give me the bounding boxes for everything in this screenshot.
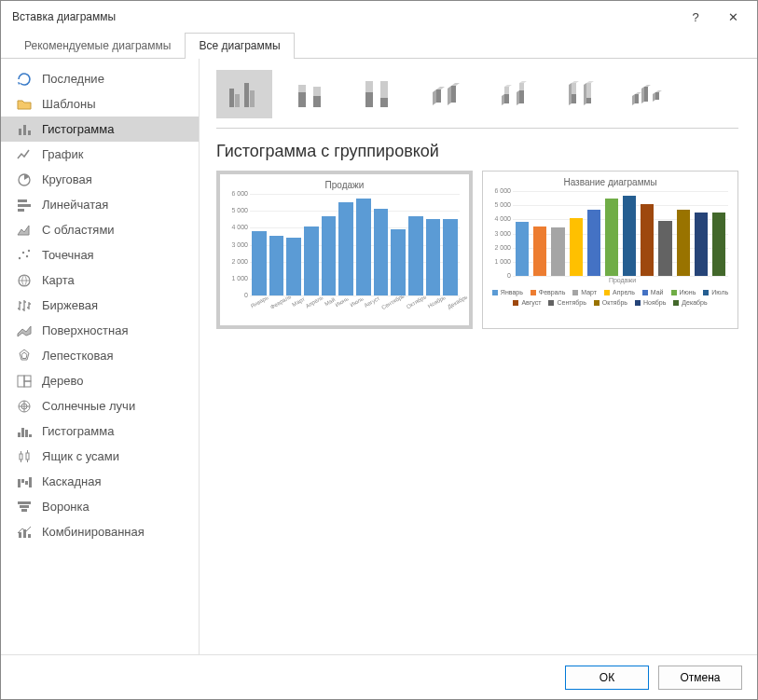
help-button[interactable]: ? bbox=[677, 3, 714, 31]
svg-rect-19 bbox=[25, 430, 28, 437]
svg-rect-45 bbox=[504, 94, 509, 103]
stock-chart-icon bbox=[16, 297, 33, 314]
svg-rect-0 bbox=[19, 129, 21, 135]
sidebar-item-label: Солнечные лучи bbox=[42, 399, 135, 413]
window-title: Вставка диаграммы bbox=[12, 10, 677, 23]
sidebar-item-bar[interactable]: Линейчатая bbox=[1, 192, 199, 217]
svg-rect-36 bbox=[250, 90, 255, 107]
sidebar-item-waterfall[interactable]: Каскадная bbox=[1, 469, 199, 494]
sidebar-item-pie[interactable]: Круговая bbox=[1, 167, 199, 192]
chart-category-list: Последние Шаблоны Гистограмма График Кру… bbox=[1, 59, 200, 654]
sidebar-item-histogram[interactable]: Гистограмма bbox=[1, 419, 199, 444]
funnel-chart-icon bbox=[16, 499, 33, 515]
sidebar-item-map[interactable]: Карта bbox=[1, 268, 199, 293]
svg-rect-22 bbox=[26, 453, 29, 460]
svg-rect-52 bbox=[586, 83, 591, 98]
svg-rect-53 bbox=[635, 94, 639, 103]
waterfall-chart-icon bbox=[16, 474, 33, 490]
sidebar-item-label: Дерево bbox=[42, 374, 83, 388]
svg-rect-2 bbox=[28, 130, 31, 135]
sidebar-item-label: Воронка bbox=[42, 500, 90, 514]
svg-rect-33 bbox=[229, 89, 234, 107]
sidebar-item-sunburst[interactable]: Солнечные лучи bbox=[1, 393, 199, 419]
tab-recommended[interactable]: Рекомендуемые диаграммы bbox=[10, 33, 185, 59]
sidebar-item-label: Ящик с усами bbox=[42, 449, 119, 463]
svg-rect-39 bbox=[313, 96, 321, 107]
svg-rect-12 bbox=[18, 376, 24, 387]
svg-rect-38 bbox=[298, 85, 306, 92]
subtype-3d-stacked100-column[interactable] bbox=[552, 70, 608, 118]
svg-point-10 bbox=[28, 249, 30, 251]
sunburst-chart-icon bbox=[16, 398, 33, 415]
subtype-3d-column[interactable] bbox=[619, 70, 675, 118]
dialog-footer: ОК Отмена bbox=[1, 654, 757, 699]
subtype-stacked100-column[interactable] bbox=[351, 70, 407, 118]
cancel-button[interactable]: Отмена bbox=[658, 666, 742, 690]
scatter-chart-icon bbox=[16, 247, 33, 264]
sidebar-item-boxwhisker[interactable]: Ящик с усами bbox=[1, 444, 199, 469]
sidebar-item-radar[interactable]: Лепестковая bbox=[1, 343, 199, 368]
sidebar-item-funnel[interactable]: Воронка bbox=[1, 494, 199, 519]
chart-preview-2[interactable]: Название диаграммы 01 0002 0003 0004 000… bbox=[482, 171, 738, 329]
chart-previews: Продажи 01 0002 0003 0004 0005 0006 000 … bbox=[216, 171, 738, 329]
svg-rect-24 bbox=[21, 479, 24, 483]
combo-chart-icon bbox=[16, 524, 33, 541]
sidebar-item-combo[interactable]: Комбинированная bbox=[1, 519, 199, 544]
svg-rect-32 bbox=[28, 534, 31, 538]
svg-rect-25 bbox=[25, 481, 28, 485]
histogram-chart-icon bbox=[16, 423, 33, 440]
sidebar-item-label: Карта bbox=[42, 273, 75, 287]
titlebar: Вставка диаграммы ? ✕ bbox=[1, 1, 757, 33]
svg-rect-6 bbox=[18, 209, 24, 212]
sidebar-item-line[interactable]: График bbox=[1, 142, 199, 167]
svg-point-8 bbox=[22, 251, 24, 253]
svg-rect-46 bbox=[504, 87, 509, 94]
sidebar-item-label: Лепестковая bbox=[42, 349, 114, 363]
sidebar-item-label: Последние bbox=[42, 72, 104, 86]
subtype-3d-clustered-column[interactable] bbox=[418, 70, 474, 118]
svg-rect-17 bbox=[18, 432, 21, 437]
svg-rect-42 bbox=[365, 81, 373, 92]
svg-rect-28 bbox=[20, 505, 29, 508]
svg-rect-34 bbox=[235, 94, 240, 107]
svg-point-7 bbox=[19, 256, 21, 258]
tab-strip: Рекомендуемые диаграммы Все диаграммы bbox=[1, 33, 757, 59]
svg-rect-55 bbox=[655, 92, 659, 100]
svg-rect-41 bbox=[365, 92, 373, 107]
subtype-stacked-column[interactable] bbox=[283, 70, 339, 118]
tab-all-charts[interactable]: Все диаграммы bbox=[185, 33, 294, 59]
svg-rect-48 bbox=[519, 83, 524, 90]
sidebar-item-treemap[interactable]: Дерево bbox=[1, 368, 199, 393]
surface-chart-icon bbox=[16, 323, 33, 339]
preview1-title: Продажи bbox=[226, 180, 463, 190]
svg-rect-5 bbox=[18, 204, 31, 207]
svg-rect-50 bbox=[572, 83, 576, 94]
chart-preview-1[interactable]: Продажи 01 0002 0003 0004 0005 0006 000 … bbox=[216, 171, 473, 329]
sidebar-item-label: Гистограмма bbox=[42, 122, 114, 136]
sidebar-item-label: Точечная bbox=[42, 248, 94, 262]
svg-rect-49 bbox=[572, 94, 576, 103]
recent-icon bbox=[16, 71, 33, 88]
sidebar-item-area[interactable]: С областями bbox=[1, 217, 199, 242]
ok-button[interactable]: ОК bbox=[565, 666, 649, 690]
sidebar-item-recent[interactable]: Последние bbox=[1, 66, 199, 91]
svg-rect-37 bbox=[298, 92, 306, 107]
sidebar-item-column[interactable]: Гистограмма bbox=[1, 117, 199, 142]
sidebar-item-label: Поверхностная bbox=[42, 323, 128, 337]
svg-rect-18 bbox=[21, 428, 24, 437]
area-chart-icon bbox=[16, 222, 33, 239]
sidebar-item-stock[interactable]: Биржевая bbox=[1, 293, 199, 318]
sidebar-item-label: Линейчатая bbox=[42, 198, 108, 212]
sidebar-item-scatter[interactable]: Точечная bbox=[1, 242, 199, 268]
svg-rect-13 bbox=[24, 376, 31, 381]
sidebar-item-surface[interactable]: Поверхностная bbox=[1, 318, 199, 343]
sidebar-item-label: Комбинированная bbox=[42, 525, 145, 539]
svg-rect-43 bbox=[380, 98, 388, 107]
svg-rect-30 bbox=[19, 532, 21, 538]
sidebar-item-label: С областями bbox=[42, 223, 115, 237]
column-chart-icon bbox=[16, 121, 33, 138]
close-button[interactable]: ✕ bbox=[714, 3, 751, 31]
subtype-3d-stacked-column[interactable] bbox=[485, 70, 541, 118]
sidebar-item-templates[interactable]: Шаблоны bbox=[1, 91, 199, 117]
subtype-clustered-column[interactable] bbox=[216, 70, 272, 118]
